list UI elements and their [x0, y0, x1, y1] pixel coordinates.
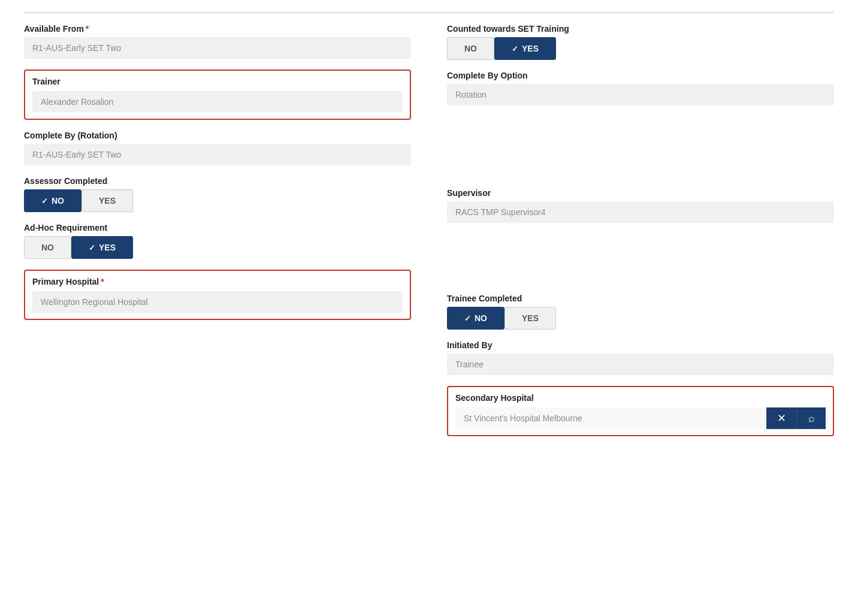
adhoc-requirement-group: Ad-Hoc Requirement NO ✓ YES [24, 223, 411, 259]
trainee-no-label: NO [475, 313, 487, 323]
counted-set-label: Counted towards SET Training [447, 24, 834, 34]
available-from-label: Available From* [24, 24, 411, 34]
complete-by-rotation-label: Complete By (Rotation) [24, 131, 411, 140]
assessor-yes-button[interactable]: YES [81, 189, 133, 212]
trainee-no-check-icon: ✓ [464, 314, 471, 323]
close-icon: ✕ [777, 412, 786, 425]
complete-by-option-label: Complete By Option [447, 71, 834, 80]
initiated-by-value: Trainee [447, 354, 834, 375]
adhoc-yes-check-icon: ✓ [89, 243, 95, 252]
primary-hospital-label: Primary Hospital* [32, 277, 403, 286]
trainer-label: Trainer [32, 77, 403, 86]
trainee-yes-button[interactable]: YES [504, 307, 556, 330]
primary-hospital-box: Primary Hospital* Wellington Regional Ho… [24, 270, 411, 320]
primary-hospital-value: Wellington Regional Hospital [32, 291, 403, 313]
assessor-no-button[interactable]: ✓ NO [24, 189, 81, 212]
secondary-hospital-label: Secondary Hospital [455, 393, 826, 403]
assessor-yes-label: YES [99, 196, 116, 206]
right-spacer-2 [447, 234, 834, 294]
supervisor-value: RACS TMP Supervisor4 [447, 201, 834, 223]
adhoc-yes-label: YES [99, 243, 116, 252]
adhoc-requirement-toggle: NO ✓ YES [24, 236, 411, 259]
secondary-hospital-search-button[interactable]: ⌕ [797, 407, 826, 429]
initiated-by-group: Initiated By Trainee [447, 340, 834, 375]
adhoc-no-label: NO [41, 243, 54, 252]
assessor-no-check-icon: ✓ [41, 197, 48, 206]
form-grid: Available From* R1-AUS-Early SET Two Tra… [24, 24, 834, 447]
assessor-completed-group: Assessor Completed ✓ NO YES [24, 176, 411, 212]
trainee-no-button[interactable]: ✓ NO [447, 307, 504, 330]
trainee-completed-group: Trainee Completed ✓ NO YES [447, 294, 834, 330]
counted-set-no-button[interactable]: NO [447, 37, 494, 60]
secondary-hospital-clear-button[interactable]: ✕ [766, 407, 797, 429]
right-column: Counted towards SET Training NO ✓ YES Co… [447, 24, 834, 447]
counted-set-yes-label: YES [522, 44, 539, 53]
assessor-no-label: NO [52, 196, 64, 206]
trainee-yes-label: YES [522, 313, 539, 323]
available-from-value: R1-AUS-Early SET Two [24, 37, 411, 59]
right-spacer-1 [447, 116, 834, 188]
supervisor-group: Supervisor RACS TMP Supervisor4 [447, 188, 834, 223]
initiated-by-label: Initiated By [447, 340, 834, 350]
counted-set-toggle: NO ✓ YES [447, 37, 834, 60]
supervisor-label: Supervisor [447, 188, 834, 198]
left-column: Available From* R1-AUS-Early SET Two Tra… [24, 24, 411, 447]
trainee-completed-toggle: ✓ NO YES [447, 307, 834, 330]
counted-set-no-label: NO [464, 44, 477, 53]
secondary-hospital-input[interactable] [455, 407, 766, 429]
complete-by-rotation-group: Complete By (Rotation) R1-AUS-Early SET … [24, 131, 411, 165]
adhoc-yes-button[interactable]: ✓ YES [71, 236, 133, 259]
search-icon: ⌕ [808, 412, 815, 425]
available-from-group: Available From* R1-AUS-Early SET Two [24, 24, 411, 59]
trainer-box: Trainer Alexander Rosalion [24, 70, 411, 120]
counted-set-yes-button[interactable]: ✓ YES [494, 37, 556, 60]
secondary-hospital-box: Secondary Hospital ✕ ⌕ [447, 386, 834, 436]
page-container: Available From* R1-AUS-Early SET Two Tra… [0, 0, 858, 616]
counted-set-group: Counted towards SET Training NO ✓ YES [447, 24, 834, 60]
trainer-value: Alexander Rosalion [32, 91, 403, 113]
assessor-completed-label: Assessor Completed [24, 176, 411, 186]
complete-by-option-value: Rotation [447, 84, 834, 105]
assessor-completed-toggle: ✓ NO YES [24, 189, 411, 212]
complete-by-option-group: Complete By Option Rotation [447, 71, 834, 105]
secondary-hospital-input-row: ✕ ⌕ [455, 407, 826, 429]
complete-by-rotation-value: R1-AUS-Early SET Two [24, 144, 411, 165]
adhoc-requirement-label: Ad-Hoc Requirement [24, 223, 411, 232]
adhoc-no-button[interactable]: NO [24, 236, 71, 259]
trainee-completed-label: Trainee Completed [447, 294, 834, 303]
counted-set-yes-check-icon: ✓ [512, 44, 518, 53]
